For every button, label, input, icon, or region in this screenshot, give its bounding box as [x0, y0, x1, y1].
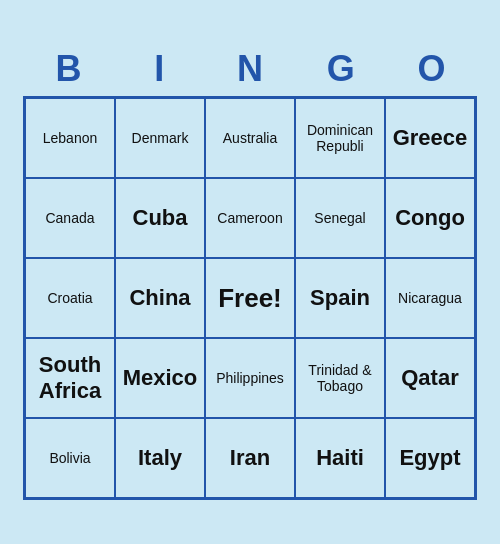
grid-cell: Cameroon: [205, 178, 295, 258]
grid-cell: Philippines: [205, 338, 295, 418]
grid-cell: Italy: [115, 418, 205, 498]
grid-cell: Mexico: [115, 338, 205, 418]
grid-cell: Qatar: [385, 338, 475, 418]
grid-cell: Haiti: [295, 418, 385, 498]
header-letter: O: [386, 44, 477, 94]
grid-cell: Australia: [205, 98, 295, 178]
header-letter: N: [205, 44, 296, 94]
grid-cell: Trinidad & Tobago: [295, 338, 385, 418]
grid-cell: Dominican Republi: [295, 98, 385, 178]
grid-cell: Free!: [205, 258, 295, 338]
header-letter: B: [23, 44, 114, 94]
grid-cell: Cuba: [115, 178, 205, 258]
grid-cell: South Africa: [25, 338, 115, 418]
grid-cell: Bolivia: [25, 418, 115, 498]
grid-cell: Congo: [385, 178, 475, 258]
grid-cell: Iran: [205, 418, 295, 498]
header-letter: G: [295, 44, 386, 94]
bingo-header: BINGO: [23, 44, 477, 94]
grid-cell: Spain: [295, 258, 385, 338]
bingo-grid: LebanonDenmarkAustraliaDominican Republi…: [23, 96, 477, 500]
header-letter: I: [114, 44, 205, 94]
bingo-card: BINGO LebanonDenmarkAustraliaDominican R…: [15, 36, 485, 508]
grid-cell: Nicaragua: [385, 258, 475, 338]
grid-cell: China: [115, 258, 205, 338]
grid-cell: Senegal: [295, 178, 385, 258]
grid-cell: Denmark: [115, 98, 205, 178]
grid-cell: Canada: [25, 178, 115, 258]
grid-cell: Lebanon: [25, 98, 115, 178]
grid-cell: Greece: [385, 98, 475, 178]
grid-cell: Croatia: [25, 258, 115, 338]
grid-cell: Egypt: [385, 418, 475, 498]
